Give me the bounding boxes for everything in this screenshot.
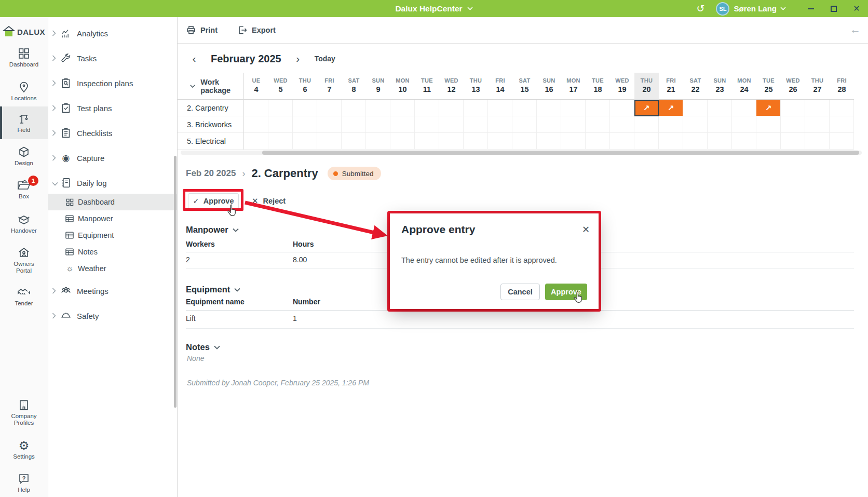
chevron-down-icon[interactable] xyxy=(780,7,786,10)
work-package-row-label[interactable]: 3. Brickworks xyxy=(178,116,243,133)
notes-section-title: Notes xyxy=(186,342,220,352)
rail-item-box[interactable]: 1 Box xyxy=(0,178,48,202)
rail-item-handover[interactable]: Handover xyxy=(0,212,48,236)
rail-item-help[interactable]: ? Help xyxy=(0,471,48,495)
sidebar-item-capture[interactable]: ◉ Capture xyxy=(48,145,177,170)
day-column-header[interactable]: WED12 xyxy=(439,73,464,100)
calendar-cell xyxy=(537,100,561,116)
approve-entry-modal: Approve entry ✕ The entry cannot be edit… xyxy=(390,213,599,309)
day-name: MON xyxy=(396,77,410,84)
calendar-cell xyxy=(390,116,415,133)
chevron-down-icon[interactable] xyxy=(214,345,220,350)
day-column-header[interactable]: TUE11 xyxy=(415,73,439,100)
sidebar-item-daily-log[interactable]: Daily log xyxy=(48,170,177,195)
rail-item-dashboard[interactable]: Dashboard xyxy=(0,46,48,70)
next-month-button[interactable]: › xyxy=(293,52,303,65)
rail-item-settings[interactable]: ⚙ Settings xyxy=(0,438,48,462)
status-badge: Submitted xyxy=(328,167,381,180)
sidebar-item-dailylog-weather[interactable]: ☼ Weather xyxy=(48,260,177,277)
prev-month-button[interactable]: ‹ xyxy=(189,52,199,65)
sidebar-item-inspection-plans[interactable]: Inspection plans xyxy=(48,71,177,96)
history-icon[interactable]: ↺ xyxy=(697,3,705,15)
day-column-header[interactable]: THU13 xyxy=(464,73,488,100)
sidebar-item-dailylog-equipment[interactable]: Equipment xyxy=(48,227,177,244)
day-column-header[interactable]: SAT22 xyxy=(683,73,708,100)
chevron-down-icon[interactable] xyxy=(234,288,240,292)
reject-button[interactable]: ✕ Reject xyxy=(252,193,286,209)
table-cell: Lift xyxy=(186,314,196,323)
day-column-header[interactable]: THU20 xyxy=(634,73,659,100)
daily-log-entry-cell[interactable]: ↗ xyxy=(659,100,683,116)
day-column-header[interactable]: SAT8 xyxy=(342,73,366,100)
day-column-header[interactable]: UE4 xyxy=(244,73,268,100)
day-column-header[interactable]: SUN16 xyxy=(537,73,561,100)
day-column-header[interactable]: FRI7 xyxy=(317,73,342,100)
work-package-row-label[interactable]: 5. Electrical xyxy=(178,133,243,150)
daily-log-entry-cell[interactable]: ↗ xyxy=(756,100,781,116)
day-column-header[interactable]: WED19 xyxy=(610,73,634,100)
table-icon xyxy=(65,232,74,239)
breadcrumb-date[interactable]: Feb 20 2025 xyxy=(186,168,236,179)
calendar-cell xyxy=(781,133,805,150)
modal-body-text: The entry cannot be edited after it is a… xyxy=(401,256,557,264)
calendar-cell xyxy=(805,100,830,116)
sidebar-item-safety[interactable]: Safety xyxy=(48,303,177,328)
export-button[interactable]: Export xyxy=(237,25,276,35)
chevron-down-icon[interactable] xyxy=(233,228,239,232)
work-package-header[interactable]: Work package xyxy=(178,73,244,100)
sidebar-scrollbar[interactable] xyxy=(174,156,177,408)
avatar[interactable]: SL xyxy=(716,2,729,16)
day-column-header[interactable]: MON24 xyxy=(732,73,756,100)
modal-title: Approve entry xyxy=(401,223,475,236)
rail-item-field[interactable]: Field xyxy=(0,106,48,139)
print-button[interactable]: Print xyxy=(186,25,218,35)
day-column-header[interactable]: MON10 xyxy=(390,73,415,100)
modal-close-icon[interactable]: ✕ xyxy=(582,224,590,235)
day-column-header[interactable]: FRI14 xyxy=(488,73,512,100)
calendar-cell xyxy=(268,133,293,150)
day-column-header[interactable]: THU6 xyxy=(293,73,317,100)
day-column-header[interactable]: SAT15 xyxy=(512,73,537,100)
rail-item-design[interactable]: Design xyxy=(0,144,48,168)
sidebar-item-dailylog-manpower[interactable]: Manpower xyxy=(48,210,177,227)
daily-log-entry-cell[interactable]: ↗ xyxy=(634,100,659,116)
day-column-header[interactable]: FRI28 xyxy=(830,73,854,100)
sidebar-item-dailylog-dashboard[interactable]: Dashboard xyxy=(48,194,177,210)
sidebar-item-dailylog-notes[interactable]: Notes xyxy=(48,244,177,260)
rail-item-tender[interactable]: Tender xyxy=(0,285,48,309)
sidebar-item-checklists[interactable]: Checklists xyxy=(48,120,177,145)
column-header: Number xyxy=(293,298,320,306)
minimize-button[interactable] xyxy=(799,0,822,17)
scrollbar-thumb[interactable] xyxy=(262,151,859,155)
close-button[interactable]: ✕ xyxy=(845,0,868,17)
day-column-header[interactable]: SUN9 xyxy=(366,73,390,100)
rail-item-locations[interactable]: Locations xyxy=(0,79,48,103)
cursor-pointer-icon xyxy=(227,204,237,217)
sidebar-item-test-plans[interactable]: Test plans xyxy=(48,96,177,120)
calendar-horizontal-scrollbar[interactable] xyxy=(181,151,862,155)
back-arrow-icon[interactable]: ← xyxy=(850,23,861,36)
day-column-header[interactable]: WED26 xyxy=(781,73,805,100)
day-column-header[interactable]: THU27 xyxy=(805,73,830,100)
day-column-header[interactable]: FRI21 xyxy=(659,73,683,100)
today-button[interactable]: Today xyxy=(315,55,335,63)
modal-cancel-button[interactable]: Cancel xyxy=(500,284,540,300)
day-column-header[interactable]: TUE18 xyxy=(586,73,610,100)
dalux-logo[interactable]: DALUX xyxy=(0,21,48,42)
sidebar-item-analytics[interactable]: Analytics xyxy=(48,21,177,46)
calendar-cell xyxy=(512,116,537,133)
day-column-header[interactable]: SUN23 xyxy=(708,73,732,100)
rail-item-company-profiles[interactable]: Company Profiles xyxy=(0,397,48,428)
maximize-button[interactable] xyxy=(822,0,845,17)
calendar-cell xyxy=(561,100,586,116)
sidebar-item-meetings[interactable]: Meetings xyxy=(48,278,177,303)
sidebar-item-tasks[interactable]: Tasks xyxy=(48,46,177,71)
check-icon: ✓ xyxy=(193,197,199,205)
app-title-menu[interactable]: Dalux HelpCenter xyxy=(395,4,472,14)
day-column-header[interactable]: TUE25 xyxy=(756,73,781,100)
rail-item-owners-portal[interactable]: Owners Portal xyxy=(0,245,48,276)
day-column-header[interactable]: MON17 xyxy=(561,73,586,100)
work-package-row-label[interactable]: 2. Carpentry xyxy=(178,100,243,116)
day-number: 5 xyxy=(278,85,282,93)
day-column-header[interactable]: WED5 xyxy=(268,73,293,100)
